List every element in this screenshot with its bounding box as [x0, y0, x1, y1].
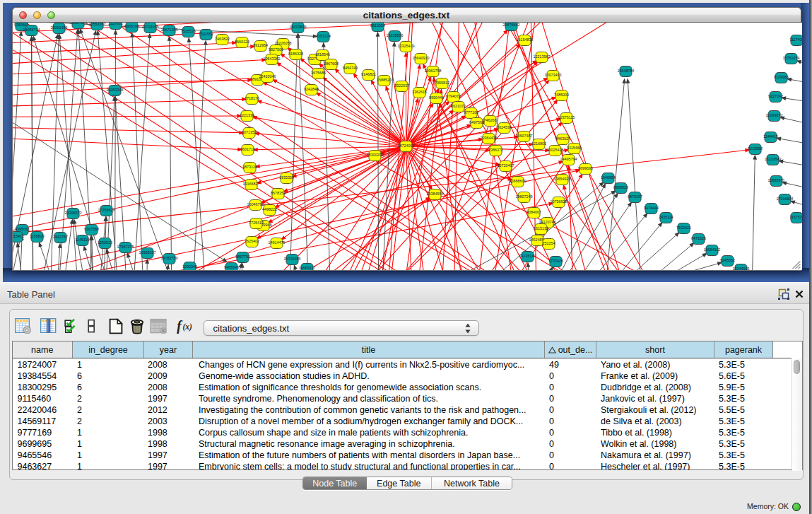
vertical-scrollbar[interactable]	[792, 359, 802, 471]
table-row[interactable]: 969969511998Structural magnetic resonanc…	[13, 438, 792, 450]
table-cell[interactable]: 5.5E-5	[719, 404, 773, 416]
table-cell[interactable]: 1	[77, 461, 144, 470]
graph-edge[interactable]	[752, 156, 755, 270]
table-cell[interactable]: 9115460	[18, 393, 73, 404]
table-cell[interactable]: Jankovic et al. (1997)	[601, 393, 714, 404]
graph-edge[interactable]	[628, 80, 640, 270]
table-cell[interactable]: Hescheler et al. (1997)	[601, 461, 714, 470]
table-cell[interactable]: 0	[549, 416, 596, 427]
table-cell[interactable]: Wolkin et al. (1998)	[601, 438, 714, 450]
table-cell[interactable]: 2	[77, 393, 144, 404]
table-cell[interactable]: 5.9E-5	[719, 382, 773, 393]
graph-edge[interactable]	[670, 263, 720, 270]
table-cell[interactable]: 18300295	[18, 382, 73, 393]
table-row[interactable]: 977716911998Corpus callosum shape and si…	[13, 427, 792, 438]
table-cell[interactable]: Franke et al. (2009)	[601, 370, 714, 382]
table-select-dropdown[interactable]: citations_edges.txt	[204, 320, 479, 336]
graph-edge[interactable]	[13, 99, 245, 106]
graph-edge[interactable]	[666, 254, 705, 270]
network-view-window[interactable]: citations_edges.txt 74638228660124891295…	[12, 7, 801, 271]
table-cell[interactable]: 1	[77, 427, 144, 438]
table-cell[interactable]: Genome-wide association studies in ADHD.	[199, 370, 545, 382]
table-row[interactable]: 1872400712008Changes of HCN gene express…	[13, 359, 792, 370]
table-cell[interactable]: 1997	[148, 393, 193, 404]
network-graph-canvas[interactable]: 7463822866012489129541322605898275008186…	[13, 23, 802, 270]
table-cell[interactable]: 1	[77, 438, 144, 450]
column-header-name[interactable]: name	[13, 341, 73, 358]
table-cell[interactable]: Tourette syndrome. Phenomenology and cla…	[199, 393, 545, 404]
graph-edge[interactable]	[13, 23, 395, 270]
graph-edge[interactable]	[13, 127, 242, 133]
table-cell[interactable]: Tibbo et al. (1998)	[601, 427, 714, 438]
table-cell[interactable]: 9463627	[18, 461, 73, 470]
scrollbar-thumb[interactable]	[794, 360, 800, 374]
graph-edge[interactable]	[114, 31, 115, 270]
graph-edge[interactable]	[189, 39, 205, 270]
tab-network-table[interactable]: Network Table	[432, 477, 512, 490]
column-header-in_degree[interactable]: in_degree	[73, 341, 144, 358]
table-row[interactable]: 1456911722003Disruption of a novel membe…	[13, 416, 792, 427]
table-row[interactable]: 2242004622012Investigating the contribut…	[13, 404, 792, 416]
table-row[interactable]: 946554611997Estimation of the future num…	[13, 450, 792, 461]
graph-edge[interactable]	[617, 223, 661, 270]
graph-edge[interactable]	[779, 161, 802, 167]
table-cell[interactable]: Estimation of the future numbers of pati…	[199, 450, 545, 461]
graph-edge[interactable]	[317, 93, 406, 146]
table-cell[interactable]: 1	[77, 359, 144, 370]
table-cell[interactable]: Stergiakouli et al. (2012)	[601, 404, 714, 416]
graph-edge[interactable]	[169, 37, 171, 270]
table-cell[interactable]: Disruption of a novel member of a sodium…	[199, 416, 545, 427]
row-height-icon[interactable]	[88, 318, 95, 334]
memory-status-icon[interactable]	[792, 503, 801, 511]
table-cell[interactable]: 0	[549, 438, 596, 450]
table-cell[interactable]: 0	[549, 393, 596, 404]
graph-edge[interactable]	[13, 146, 406, 233]
table-cell[interactable]: 6	[77, 382, 144, 393]
tab-node-table[interactable]: Node Table	[303, 477, 367, 490]
column-header-title[interactable]: title	[193, 341, 545, 358]
table-row[interactable]: 911546021997Tourette syndrome. Phenomeno…	[13, 393, 792, 404]
table-cell[interactable]: Investigating the contribution of common…	[199, 404, 545, 416]
table-cell[interactable]: 5.3E-5	[719, 461, 773, 470]
table-cell[interactable]: Nakamura et al. (1997)	[601, 450, 714, 461]
table-cell[interactable]: 9699695	[18, 438, 73, 450]
table-cell[interactable]: 1	[77, 450, 144, 461]
graph-edge[interactable]	[323, 78, 406, 146]
table-cell[interactable]: 22420046	[18, 404, 73, 416]
table-cell[interactable]: 1998	[148, 427, 193, 438]
graph-edge[interactable]	[406, 23, 802, 146]
graph-edge[interactable]	[459, 23, 582, 270]
table-cell[interactable]: 0	[549, 404, 596, 416]
graph-edge[interactable]	[653, 244, 693, 271]
graph-edge[interactable]	[406, 23, 769, 146]
table-cell[interactable]: Corpus callosum shape and size in male p…	[199, 427, 545, 438]
graph-edge[interactable]	[777, 139, 802, 145]
trash-icon[interactable]	[129, 318, 145, 334]
table-cell[interactable]: 5.3E-5	[719, 438, 773, 450]
table-cell[interactable]: 18724007	[18, 359, 73, 370]
float-window-icon[interactable]	[778, 288, 791, 301]
graph-edge[interactable]	[13, 150, 567, 270]
graph-edge[interactable]	[13, 78, 261, 96]
graph-edge[interactable]	[289, 35, 298, 270]
table-cell[interactable]: 5.3E-5	[719, 450, 773, 461]
table-cell[interactable]: 9777169	[18, 427, 73, 438]
table-cell[interactable]: 9465546	[18, 450, 73, 461]
table-cell[interactable]: Estimation of significance thresholds fo…	[199, 382, 545, 393]
table-cell[interactable]: 1997	[148, 450, 193, 461]
table-cell[interactable]: 1997	[148, 461, 193, 470]
network-window-titlebar[interactable]: citations_edges.txt	[13, 8, 801, 23]
column-header-year[interactable]: year	[144, 341, 193, 358]
table-cell[interactable]: 2	[77, 416, 144, 427]
table-cell[interactable]: 0	[549, 461, 596, 470]
table-cell[interactable]: 5.3E-5	[719, 359, 773, 370]
table-cell[interactable]: 0	[549, 382, 596, 393]
table-cell[interactable]: 5.3E-5	[719, 427, 773, 438]
table-cell[interactable]: 0	[549, 427, 596, 438]
tab-edge-table[interactable]: Edge Table	[367, 477, 432, 490]
table-cell[interactable]: 2008	[148, 359, 193, 370]
graph-edge[interactable]	[13, 116, 240, 117]
table-cell[interactable]: 2003	[148, 416, 193, 427]
table-cell[interactable]: 0	[549, 370, 596, 382]
table-cell[interactable]: Changes of HCN gene expression and I(f) …	[199, 359, 545, 370]
